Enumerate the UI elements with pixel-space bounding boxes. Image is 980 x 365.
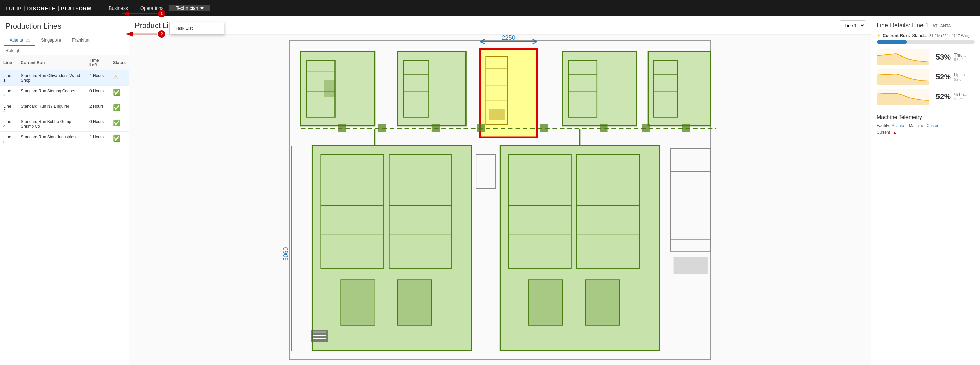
table-row[interactable]: Line 3Standard Run NY Enquirer2 Hours✅: [0, 101, 129, 116]
production-lines-title: Production Lines: [0, 16, 129, 33]
throughput-value: 53%: [932, 53, 951, 62]
ok-status-icon: ✅: [113, 104, 121, 111]
svg-rect-65: [674, 257, 708, 274]
machine-value[interactable]: Caster: [927, 123, 939, 128]
svg-rect-60: [671, 148, 711, 251]
cell-line: Line 4: [0, 116, 18, 132]
cell-time-left: 1 Hours: [86, 70, 110, 86]
uptime-label: Uptim... 52 of...: [954, 73, 975, 81]
nav-operations[interactable]: Operations: [134, 0, 169, 16]
svg-rect-34: [682, 124, 690, 132]
machine-selected[interactable]: [480, 49, 537, 137]
machine-tr2[interactable]: [648, 52, 711, 126]
chevron-down-icon: [200, 8, 204, 9]
floor-diagram: 2250 5060: [129, 35, 871, 365]
nav-technician[interactable]: Technician: [169, 5, 210, 11]
machine-telemetry-title: Machine Telemetry: [877, 115, 975, 121]
top-nav: TULIP | DISCRETE | PLATFORM Business Ope…: [0, 0, 980, 16]
task-list-item[interactable]: Task List: [170, 22, 224, 34]
cell-line: Line 2: [0, 86, 18, 101]
production-lines-table: Line Current Run Time Left Status Line 1…: [0, 55, 129, 147]
sparkline-throughput: [877, 49, 929, 65]
col-line: Line: [0, 55, 18, 70]
svg-rect-32: [600, 124, 608, 132]
tab-atlanta[interactable]: Atlanta ⚠: [4, 35, 35, 46]
col-time-left: Time Left: [86, 55, 110, 70]
machine-bl[interactable]: [312, 146, 472, 351]
warning-icon-atlanta: ⚠: [26, 37, 30, 43]
sparkline-uptime: [877, 69, 929, 85]
table-row[interactable]: Line 2Standard Run Sterling Cooper0 Hour…: [0, 86, 129, 101]
app-logo: TULIP | DISCRETE | PLATFORM: [5, 5, 92, 11]
left-panel: Production Lines Atlanta ⚠ Singapore Fra…: [0, 16, 129, 365]
right-panel: Line Details: Line 1 ATLANTA ⚠ Current R…: [871, 16, 980, 365]
ok-status-icon: ✅: [113, 135, 121, 142]
cell-line: Line 3: [0, 101, 18, 116]
warning-icon-run: ⚠: [877, 33, 881, 38]
svg-rect-31: [540, 124, 548, 132]
cell-current-run: Standard Run Sterling Cooper: [18, 86, 86, 101]
metric-uptime: 52% Uptim... 52 of...: [877, 69, 975, 85]
middle-panel: Product Line Floor Line 1 Line 2 Line 3: [129, 16, 871, 365]
svg-rect-55: [476, 154, 495, 188]
cell-current-run: Standard Run Ollivander's Wand Shop: [18, 70, 86, 86]
middle-header: Product Line Floor Line 1 Line 2 Line 3: [129, 16, 871, 35]
metrics-section: 53% Thro... 53 of... 52% Uptim...: [877, 49, 975, 108]
ok-status-icon: ✅: [113, 89, 121, 96]
svg-rect-28: [378, 124, 385, 132]
machine-tl2[interactable]: [398, 52, 466, 126]
metric-throughput: 53% Thro... 53 of...: [877, 49, 975, 65]
floor-plan-svg: 2250 5060: [129, 35, 871, 365]
metric-pacemaker: 52% % Pa... 52 of...: [877, 89, 975, 105]
dimension-width-label: 2250: [501, 35, 515, 41]
current-warning-icon: ▲: [892, 130, 897, 135]
cell-current-run: Standard Run Bubba Gump Shrimp Co: [18, 116, 86, 132]
current-run-label: ⚠ Current Run: Stand... 31.2% (224 of 71…: [877, 33, 975, 38]
warning-status-icon: ⚠: [113, 73, 118, 80]
cell-time-left: 2 Hours: [86, 101, 110, 116]
line-details-title: Line Details: Line 1 ATLANTA: [877, 22, 975, 29]
main-layout: Production Lines Atlanta ⚠ Singapore Fra…: [0, 16, 980, 365]
col-current-run: Current Run: [18, 55, 86, 70]
sparkline-pacemaker: [877, 89, 929, 105]
technician-menu: Task List: [169, 22, 224, 34]
telemetry-current: Current ▲: [877, 130, 975, 135]
cell-status: ✅: [110, 86, 129, 101]
telemetry-facility: Facility: Atlanta Machine: Caster: [877, 123, 975, 128]
machine-br[interactable]: [500, 146, 659, 351]
uptime-value: 52%: [932, 73, 951, 81]
machine-tr1[interactable]: [563, 52, 636, 126]
sub-tab-raleigh[interactable]: Raleigh: [0, 46, 129, 55]
current-run-section: ⚠ Current Run: Stand... 31.2% (224 of 71…: [877, 33, 975, 44]
pacemaker-value: 52%: [932, 92, 951, 101]
city-badge: ATLANTA: [932, 24, 951, 28]
table-row[interactable]: Line 5Standard Run Stark Industries1 Hou…: [0, 132, 129, 147]
nav-business[interactable]: Business: [102, 0, 134, 16]
tab-singapore[interactable]: Singapore: [35, 35, 66, 46]
pacemaker-label: % Pa... 52 of...: [954, 92, 975, 101]
cell-status: ⚠: [110, 70, 129, 86]
cell-status: ✅: [110, 101, 129, 116]
svg-rect-54: [585, 279, 619, 325]
ok-status-icon: ✅: [113, 120, 121, 126]
svg-rect-53: [528, 279, 563, 325]
table-row[interactable]: Line 1Standard Run Ollivander's Wand Sho…: [0, 70, 129, 86]
line-selector[interactable]: Line 1 Line 2 Line 3: [840, 21, 865, 30]
dimension-height-label: 5060: [282, 247, 289, 261]
table-row[interactable]: Line 4Standard Run Bubba Gump Shrimp Co0…: [0, 116, 129, 132]
cell-line: Line 1: [0, 70, 18, 86]
svg-rect-43: [340, 279, 375, 325]
cell-time-left: 1 Hours: [86, 132, 110, 147]
cell-status: ✅: [110, 116, 129, 132]
cell-time-left: 0 Hours: [86, 116, 110, 132]
svg-rect-30: [477, 124, 485, 132]
machine-tl1[interactable]: [301, 52, 375, 126]
cell-time-left: 0 Hours: [86, 86, 110, 101]
cell-current-run: Standard Run NY Enquirer: [18, 101, 86, 116]
cell-current-run: Standard Run Stark Industries: [18, 132, 86, 147]
table-header-row: Line Current Run Time Left Status: [0, 55, 129, 70]
col-status: Status: [110, 55, 129, 70]
tab-frankfurt[interactable]: Frankfurt: [66, 35, 95, 46]
throughput-label: Thro... 53 of...: [954, 53, 975, 62]
facility-value[interactable]: Atlanta: [891, 123, 904, 128]
